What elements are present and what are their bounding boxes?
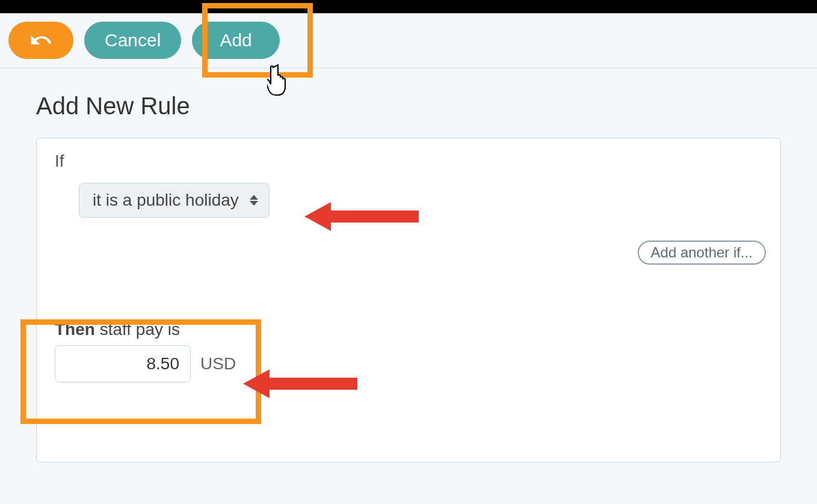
- window-top-bar: [0, 0, 817, 13]
- back-arrow-icon: [29, 28, 53, 52]
- then-row: Then staff pay is: [55, 320, 762, 339]
- if-label: If: [55, 152, 762, 171]
- condition-selected-text: it is a public holiday: [93, 191, 239, 210]
- page-content: Add New Rule If it is a public holiday A…: [0, 69, 817, 463]
- pay-value-input[interactable]: [55, 345, 191, 383]
- rule-card: If it is a public holiday Add another if…: [36, 138, 781, 463]
- add-button[interactable]: Add: [192, 22, 279, 59]
- currency-label: USD: [200, 354, 236, 373]
- cancel-button[interactable]: Cancel: [84, 22, 181, 59]
- add-another-if-button[interactable]: Add another if...: [638, 241, 766, 265]
- condition-select[interactable]: it is a public holiday: [79, 183, 270, 218]
- select-caret-icon: [250, 195, 258, 206]
- then-section: Then staff pay is USD: [55, 320, 762, 383]
- page-title: Add New Rule: [36, 93, 781, 120]
- back-button[interactable]: [8, 22, 73, 59]
- toolbar: Cancel Add: [0, 13, 817, 69]
- then-label: Then: [55, 320, 95, 339]
- then-text: staff pay is: [100, 320, 180, 339]
- value-row: USD: [55, 345, 762, 383]
